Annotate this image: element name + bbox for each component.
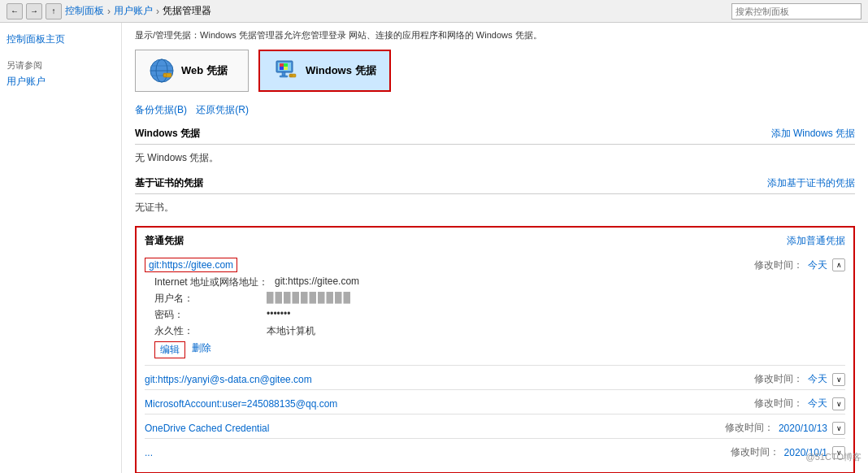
windows-creds-section: Windows 凭据 添加 Windows 凭据 无 Windows 凭据。 <box>135 127 855 167</box>
breadcrumb-user-accounts[interactable]: 用户账户 <box>114 4 153 18</box>
cred-item-header: git:https://yanyi@s-data.cn@gitee.com 修改… <box>145 372 845 386</box>
web-creds-button[interactable]: Web 凭据 <box>135 50 249 92</box>
sidebar-home-link[interactable]: 控制面板主页 <box>7 33 115 46</box>
svg-rect-11 <box>280 67 284 70</box>
sidebar-user-accounts-link[interactable]: 用户账户 <box>7 75 115 89</box>
password-value: ••••••• <box>267 308 290 322</box>
breadcrumb-current: 凭据管理器 <box>163 4 211 18</box>
windows-cred-icon <box>273 58 299 84</box>
windows-creds-header: Windows 凭据 添加 Windows 凭据 <box>135 127 855 145</box>
windows-creds-title: Windows 凭据 <box>135 127 200 141</box>
cred-item-header: git:https://gitee.com 修改时间： 今天 ∧ <box>145 258 845 272</box>
persistence-label: 永久性： <box>154 324 260 338</box>
cred-msaccount-meta: 修改时间： 今天 ∨ <box>754 397 845 410</box>
cred-gitee-meta: 修改时间： 今天 ∧ <box>754 258 845 272</box>
svg-point-6 <box>163 74 167 77</box>
delete-link[interactable]: 删除 <box>192 341 211 358</box>
msaccount-time-value: 今天 <box>808 397 827 410</box>
cred-onedrive-meta: 修改时间： 2020/10/13 ∨ <box>725 421 845 435</box>
yanyi-time-label: 修改时间： <box>754 372 803 386</box>
sidebar: 控制面板主页 另请参阅 用户账户 <box>0 23 122 473</box>
cred-item-header: OneDrive Cached Credential 修改时间： 2020/10… <box>145 421 845 435</box>
gitee-collapse-button[interactable]: ∧ <box>832 258 845 271</box>
password-label: 密码： <box>154 308 260 322</box>
user-label: 用户名： <box>154 292 260 306</box>
yanyi-expand-button[interactable]: ∨ <box>832 373 845 386</box>
cert-creds-section: 基于证书的凭据 添加基于证书的凭据 无证书。 <box>135 176 855 216</box>
cert-creds-header: 基于证书的凭据 添加基于证书的凭据 <box>135 176 855 194</box>
more-time-label: 修改时间： <box>731 445 779 459</box>
windows-creds-label: Windows 凭据 <box>306 63 376 78</box>
top-notice: 显示/管理凭据：Windows 凭据管理器允许您管理登录 网站、连接的应用程序和… <box>135 29 855 41</box>
search-input[interactable] <box>731 3 861 20</box>
list-item: git:https://yanyi@s-data.cn@gitee.com 修改… <box>145 369 845 390</box>
add-cert-cred-link[interactable]: 添加基于证书的凭据 <box>767 176 855 190</box>
onedrive-time-label: 修改时间： <box>725 421 774 435</box>
cred-more-name[interactable]: ... <box>145 447 153 458</box>
list-item: git:https://gitee.com 修改时间： 今天 ∧ Interne… <box>145 254 845 366</box>
cert-creds-empty: 无证书。 <box>135 199 855 216</box>
svg-rect-10 <box>284 63 288 67</box>
cred-item-header: MicrosoftAccount:user=245088135@qq.com 修… <box>145 397 845 410</box>
gitee-details: Internet 地址或网络地址： git:https://gitee.com … <box>145 272 845 362</box>
list-item: MicrosoftAccount:user=245088135@qq.com 修… <box>145 393 845 414</box>
add-windows-cred-link[interactable]: 添加 Windows 凭据 <box>771 127 855 141</box>
yanyi-time-value: 今天 <box>808 372 827 386</box>
forward-button[interactable]: → <box>26 3 42 20</box>
onedrive-time-value: 2020/10/13 <box>779 423 827 434</box>
generic-creds-header: 普通凭据 添加普通凭据 <box>145 234 845 248</box>
breadcrumb: 控制面板 › 用户账户 › 凭据管理器 <box>65 4 728 18</box>
onedrive-expand-button[interactable]: ∨ <box>832 422 845 435</box>
content-area: 显示/管理凭据：Windows 凭据管理器允许您管理登录 网站、连接的应用程序和… <box>122 23 868 473</box>
top-nav-bar: ← → ↑ 控制面板 › 用户账户 › 凭据管理器 <box>0 0 868 23</box>
web-creds-label: Web 凭据 <box>181 63 228 78</box>
backup-link[interactable]: 备份凭据(B) <box>135 104 187 115</box>
list-item: OneDrive Cached Credential 修改时间： 2020/10… <box>145 418 845 439</box>
main-layout: 控制面板主页 另请参阅 用户账户 显示/管理凭据：Windows 凭据管理器允许… <box>0 23 868 473</box>
internet-label: Internet 地址或网络地址： <box>154 276 268 289</box>
internet-value: git:https://gitee.com <box>275 276 359 289</box>
msaccount-expand-button[interactable]: ∨ <box>832 397 845 410</box>
back-button[interactable]: ← <box>7 3 23 20</box>
detail-row-internet: Internet 地址或网络地址： git:https://gitee.com <box>154 276 845 289</box>
windows-creds-empty: 无 Windows 凭据。 <box>135 150 855 167</box>
user-value: ██████████ <box>267 292 352 306</box>
sidebar-see-also-title: 另请参阅 <box>7 59 115 72</box>
web-cred-icon <box>149 58 175 84</box>
cred-item-header: ... 修改时间： 2020/10/1 ∨ <box>145 445 845 459</box>
persistence-value: 本地计算机 <box>267 324 315 338</box>
gitee-time-value: 今天 <box>808 258 827 272</box>
cert-creds-title: 基于证书的凭据 <box>135 176 203 190</box>
action-links: 备份凭据(B) 还原凭据(R) <box>135 103 855 117</box>
svg-rect-12 <box>284 67 288 70</box>
detail-row-persistence: 永久性： 本地计算机 <box>154 324 845 338</box>
watermark: @51CTO博客 <box>806 451 861 463</box>
cred-type-row: Web 凭据 <box>135 50 855 92</box>
msaccount-time-label: 修改时间： <box>754 397 803 410</box>
cred-yanyi-name[interactable]: git:https://yanyi@s-data.cn@gitee.com <box>145 374 312 385</box>
restore-link[interactable]: 还原凭据(R) <box>196 104 249 115</box>
svg-rect-14 <box>280 76 288 77</box>
windows-creds-button[interactable]: Windows 凭据 <box>258 50 391 92</box>
edit-button[interactable]: 编辑 <box>154 341 185 358</box>
svg-rect-13 <box>282 72 285 76</box>
list-item: ... 修改时间： 2020/10/1 ∨ <box>145 442 845 462</box>
detail-row-user: 用户名： ██████████ <box>154 292 845 306</box>
add-generic-cred-link[interactable]: 添加普通凭据 <box>787 234 845 248</box>
cred-onedrive-name[interactable]: OneDrive Cached Credential <box>145 423 269 434</box>
generic-creds-title: 普通凭据 <box>145 234 184 248</box>
svg-point-16 <box>290 75 293 77</box>
svg-rect-9 <box>280 63 284 67</box>
cred-actions: 编辑 删除 <box>154 341 845 358</box>
detail-row-password: 密码： ••••••• <box>154 308 845 322</box>
gitee-time-label: 修改时间： <box>754 258 803 272</box>
generic-creds-section: 普通凭据 添加普通凭据 git:https://gitee.com 修改时间： … <box>135 226 855 473</box>
cred-msaccount-name[interactable]: MicrosoftAccount:user=245088135@qq.com <box>145 398 337 410</box>
up-button[interactable]: ↑ <box>46 3 62 20</box>
breadcrumb-control-panel[interactable]: 控制面板 <box>65 4 104 18</box>
cred-yanyi-meta: 修改时间： 今天 ∨ <box>754 372 845 386</box>
cred-gitee-name[interactable]: git:https://gitee.com <box>145 258 237 272</box>
